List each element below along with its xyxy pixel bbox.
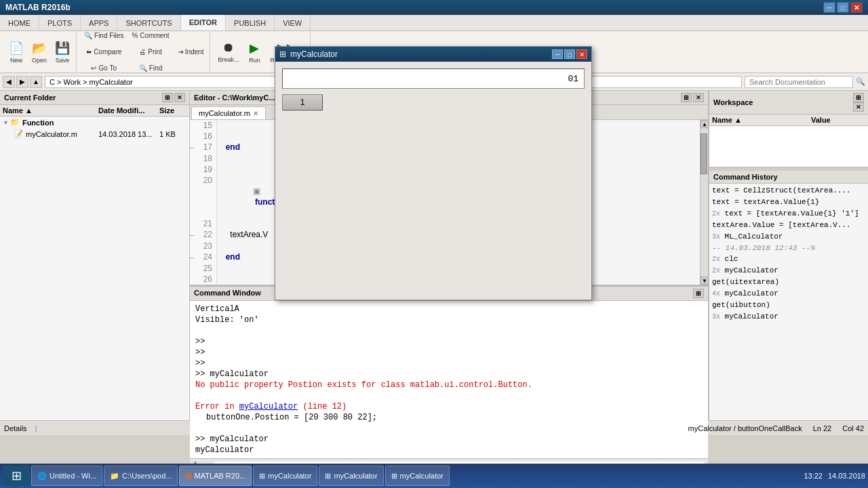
up-button[interactable]: ▲ <box>30 76 42 88</box>
col-size[interactable]: Size <box>159 106 186 115</box>
tab-publish[interactable]: PUBLISH <box>226 15 275 30</box>
collapse-icon-20[interactable]: ▣ <box>253 186 260 196</box>
calc-button-1[interactable]: 1 <box>282 94 323 110</box>
breakpoints-button[interactable]: ⏺ Break... <box>214 35 242 70</box>
run-button[interactable]: ▶ Run <box>243 35 265 70</box>
folder-label: Function <box>22 119 54 127</box>
ch-entry-5: 2x clc <box>712 253 865 265</box>
editor-controls: ⊞ ✕ <box>681 93 704 102</box>
file-name: myCalculator.m <box>26 130 98 138</box>
back-button[interactable]: ◀ <box>3 76 15 88</box>
ch-entry-4: 3x ML_Calculator <box>712 231 865 243</box>
linenum-16: 16 <box>197 131 217 142</box>
workspace-title: Workspace <box>713 98 753 106</box>
editor-expand-button[interactable]: ⊞ <box>681 93 692 102</box>
cmd-history-content[interactable]: text = CellzStruct(textArea.... text = t… <box>709 184 868 373</box>
cmd-error-detail: buttonOne.Postion = [20 300 80 22]; <box>195 412 703 423</box>
scroll-down-button[interactable]: ▼ <box>701 277 708 285</box>
folder-icon: 📁 <box>10 118 20 127</box>
taskbar-btn-mycalc1[interactable]: ⊞ myCalculator <box>253 466 317 486</box>
print-button[interactable]: 🖨 Print <box>128 45 172 60</box>
cmd-empty-2 <box>195 390 703 401</box>
tab-plots[interactable]: PLOTS <box>39 15 81 30</box>
minimize-button[interactable]: ─ <box>823 2 835 13</box>
taskbar-btn-mycalc3[interactable]: ⊞ myCalculator <box>385 466 450 486</box>
linenum-18: 18 <box>197 153 217 164</box>
open-button[interactable]: 📂 Open <box>28 35 50 70</box>
taskbar-matlab-icon: M <box>185 472 191 480</box>
new-button[interactable]: 📄 New <box>5 35 27 70</box>
calc-minimize-button[interactable]: ─ <box>552 49 563 59</box>
right-panel: Workspace ⊞ ✕ Name ▲ Value Command Histo… <box>709 91 868 420</box>
scroll-up-button[interactable]: ▲ <box>701 120 708 128</box>
status-details[interactable]: Details <box>4 424 27 432</box>
close-button[interactable]: ✕ <box>850 2 863 13</box>
toolbar-group-file: 📄 New 📂 Open 💾 Save <box>3 33 77 72</box>
taskbar-btn-untitled[interactable]: 🌐 Untitled - Wi... <box>31 466 102 486</box>
cmd-line-empty-1 <box>195 325 703 336</box>
ch-entry-2: 2x text = [textArea.Value{1} '1'] <box>712 208 865 220</box>
folder-function[interactable]: ▼ 📁 Function <box>0 117 189 128</box>
start-button[interactable]: ⊞ <box>3 466 30 486</box>
ws-close-button[interactable]: ✕ <box>853 102 864 112</box>
panel-close-button[interactable]: ✕ <box>174 93 185 102</box>
tab-view[interactable]: VIEW <box>275 15 311 30</box>
compare-button[interactable]: ⬌ Compare <box>81 45 127 60</box>
col-name[interactable]: Name ▲ <box>3 106 98 115</box>
cmd-expand-button[interactable]: ⊞ <box>693 289 704 298</box>
file-row-mycalculator[interactable]: 📝 myCalculator.m 14.03.2018 13... 1 KB <box>0 128 189 140</box>
find-files-button[interactable]: 🔍 Find Files <box>81 28 127 43</box>
tab-close-button[interactable]: ✕ <box>253 110 258 117</box>
linenum-20: 20 <box>197 175 217 218</box>
window-controls: ─ □ ✕ <box>823 2 863 13</box>
bp-22: – <box>190 229 197 241</box>
save-button[interactable]: 💾 Save <box>52 35 73 70</box>
col-date[interactable]: Date Modifi... <box>98 106 159 115</box>
go-to-button[interactable]: ↩ Go To <box>81 61 127 76</box>
cmd-history-header: Command History <box>709 171 868 184</box>
bp-21 <box>190 218 197 229</box>
tab-home[interactable]: HOME <box>0 15 39 30</box>
taskbar-btn-explorer[interactable]: 📁 C:\Users\pod... <box>104 466 178 486</box>
folder-collapse-icon: ▼ <box>3 119 9 126</box>
cmd-history-section: Command History text = CellzStruct(textA… <box>709 171 868 420</box>
search-documentation-input[interactable] <box>745 76 853 88</box>
tab-editor[interactable]: EDITOR <box>181 15 226 30</box>
find-button[interactable]: 🔍 Find <box>128 61 172 76</box>
workspace-controls: ⊞ ✕ <box>853 93 864 112</box>
status-divider: | <box>35 424 37 432</box>
ws-expand-button[interactable]: ⊞ <box>853 93 864 102</box>
indent-button[interactable]: ⇥ Indent <box>174 45 208 60</box>
editor-close-button[interactable]: ✕ <box>693 93 704 102</box>
calc-close-button[interactable]: ✕ <box>576 49 587 59</box>
calc-app-icon: ⊞ <box>279 49 286 59</box>
cmd-title: Command Window <box>194 289 261 298</box>
cmd-line-1: VerticalA <box>195 304 703 314</box>
file-table: Name ▲ Date Modifi... Size ▼ 📁 Function … <box>0 105 189 420</box>
command-window-panel: Command Window ⊞ VerticalA Visible: 'on'… <box>190 286 708 473</box>
taskbar-mycalc2-label: myCalculator <box>334 472 377 480</box>
comment-button[interactable]: % Comment <box>128 28 172 43</box>
taskbar-time: 13:22 <box>804 472 823 480</box>
ch-entry-7: get(uitextarea) <box>712 277 865 288</box>
ch-entry-1: text = textArea.Value{1} <box>712 197 865 208</box>
calc-body: 01 1 <box>275 62 591 300</box>
new-icon: 📄 <box>9 41 24 56</box>
editor-scrollbar[interactable]: ▲ ▼ <box>700 120 708 285</box>
error-link[interactable]: myCalculator <box>239 402 298 411</box>
taskbar-btn-matlab[interactable]: M MATLAB R20... <box>179 466 252 486</box>
file-date: 14.03.2018 13... <box>98 130 159 138</box>
cmd-controls: ⊞ <box>693 289 704 298</box>
cmd-line-prompt2: >> <box>195 347 703 358</box>
scroll-thumb[interactable] <box>701 134 707 174</box>
calc-maximize-button[interactable]: □ <box>564 49 575 59</box>
maximize-button[interactable]: □ <box>837 2 849 13</box>
panel-expand-button[interactable]: ⊞ <box>162 93 173 102</box>
bp-26 <box>190 274 197 285</box>
taskbar-btn-mycalc2[interactable]: ⊞ myCalculator <box>319 466 383 486</box>
taskbar: ⊞ 🌐 Untitled - Wi... 📁 C:\Users\pod... M… <box>0 464 868 488</box>
taskbar-explorer-icon: 📁 <box>110 472 119 481</box>
editor-title: Editor - C:\Work\myC... <box>194 94 275 102</box>
editor-tab-mycalculator[interactable]: myCalculator.m ✕ <box>191 106 266 119</box>
forward-button[interactable]: ▶ <box>16 76 28 88</box>
